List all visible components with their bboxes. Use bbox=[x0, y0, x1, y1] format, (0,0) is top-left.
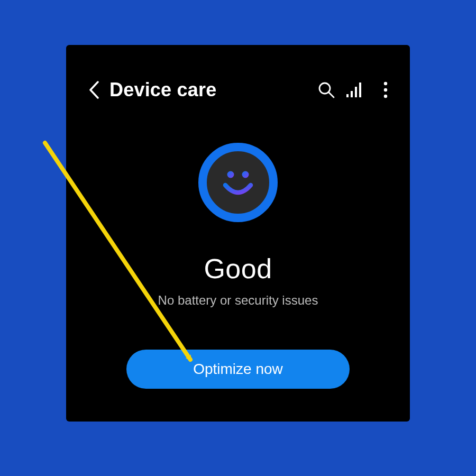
header-bar: Device care bbox=[66, 74, 410, 106]
device-status-section: Good No battery or security issues bbox=[66, 143, 410, 308]
report-button[interactable] bbox=[341, 75, 371, 105]
status-headline: Good bbox=[204, 253, 272, 285]
svg-line-1 bbox=[329, 93, 334, 97]
chevron-left-icon bbox=[88, 81, 100, 99]
status-badge bbox=[198, 143, 278, 222]
svg-point-6 bbox=[384, 82, 387, 85]
svg-point-0 bbox=[319, 83, 330, 94]
svg-rect-3 bbox=[351, 91, 353, 97]
page-title: Device care bbox=[109, 79, 216, 101]
back-button[interactable] bbox=[80, 76, 108, 104]
svg-rect-5 bbox=[359, 83, 361, 97]
svg-point-8 bbox=[384, 95, 387, 98]
svg-point-10 bbox=[242, 171, 249, 178]
status-subtext: No battery or security issues bbox=[158, 293, 318, 308]
device-care-screen: Device care bbox=[66, 45, 410, 422]
bar-chart-icon bbox=[346, 81, 365, 98]
search-button[interactable] bbox=[312, 75, 341, 105]
svg-point-9 bbox=[227, 171, 234, 178]
optimize-now-button[interactable]: Optimize now bbox=[126, 350, 350, 389]
svg-rect-2 bbox=[346, 94, 349, 97]
svg-point-7 bbox=[384, 88, 387, 91]
svg-rect-4 bbox=[355, 87, 357, 97]
search-icon bbox=[318, 81, 335, 98]
more-options-button[interactable] bbox=[371, 75, 400, 105]
smile-face-icon bbox=[217, 162, 259, 203]
more-vertical-icon bbox=[383, 81, 388, 98]
